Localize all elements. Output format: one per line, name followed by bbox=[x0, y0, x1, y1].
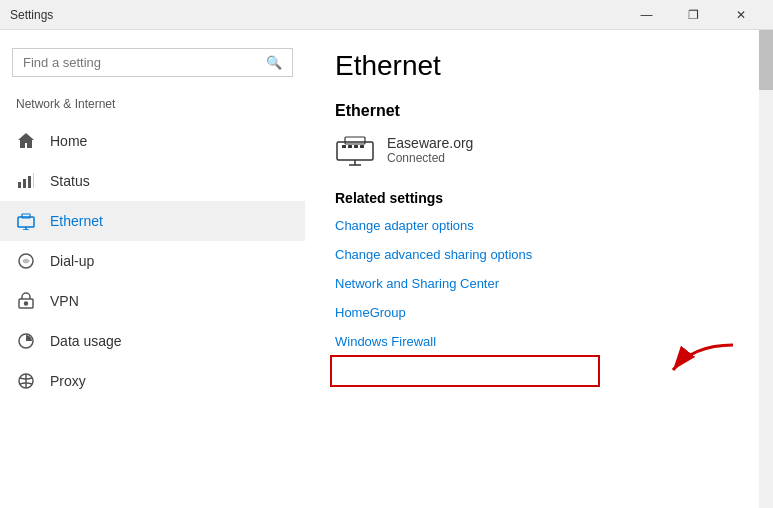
svg-rect-19 bbox=[348, 145, 352, 148]
ethernet-device-icon bbox=[335, 134, 375, 166]
sidebar: 🔍 Network & Internet Home bbox=[0, 30, 305, 508]
sidebar-item-dialup[interactable]: Dial-up bbox=[0, 241, 305, 281]
sidebar-item-proxy[interactable]: Proxy bbox=[0, 361, 305, 401]
svg-rect-0 bbox=[18, 182, 21, 188]
device-status: Connected bbox=[387, 151, 473, 165]
home-icon bbox=[16, 131, 36, 151]
sidebar-item-label-datausage: Data usage bbox=[50, 333, 122, 349]
sidebar-item-home[interactable]: Home bbox=[0, 121, 305, 161]
sidebar-item-label-vpn: VPN bbox=[50, 293, 79, 309]
sidebar-item-label-proxy: Proxy bbox=[50, 373, 86, 389]
device-name: Easeware.org bbox=[387, 135, 473, 151]
vpn-icon bbox=[16, 291, 36, 311]
svg-rect-18 bbox=[342, 145, 346, 148]
change-adapter-link[interactable]: Change adapter options bbox=[335, 218, 743, 233]
svg-point-10 bbox=[25, 302, 28, 305]
sidebar-item-datausage[interactable]: Data usage bbox=[0, 321, 305, 361]
search-icon: 🔍 bbox=[266, 55, 282, 70]
datausage-icon bbox=[16, 331, 36, 351]
svg-rect-14 bbox=[337, 142, 373, 160]
proxy-icon bbox=[16, 371, 36, 391]
maximize-button[interactable]: ❐ bbox=[671, 0, 716, 30]
sidebar-item-status[interactable]: Status bbox=[0, 161, 305, 201]
search-input[interactable] bbox=[23, 55, 266, 70]
ethernet-info: Easeware.org Connected bbox=[387, 135, 473, 165]
titlebar: Settings — ❐ ✕ bbox=[0, 0, 773, 30]
sidebar-section-label: Network & Internet bbox=[0, 93, 305, 121]
main-content: Ethernet Ethernet Easeware.org Connected… bbox=[305, 30, 773, 508]
svg-rect-21 bbox=[360, 145, 364, 148]
sidebar-item-label-home: Home bbox=[50, 133, 87, 149]
app-title: Settings bbox=[10, 8, 53, 22]
search-box[interactable]: 🔍 bbox=[12, 48, 293, 77]
sidebar-item-ethernet[interactable]: Ethernet bbox=[0, 201, 305, 241]
sidebar-item-vpn[interactable]: VPN bbox=[0, 281, 305, 321]
related-settings-title: Related settings bbox=[335, 190, 743, 206]
close-button[interactable]: ✕ bbox=[718, 0, 763, 30]
windows-firewall-link[interactable]: Windows Firewall bbox=[335, 334, 743, 349]
window-controls: — ❐ ✕ bbox=[624, 0, 763, 30]
ethernet-nav-icon bbox=[16, 211, 36, 231]
status-icon bbox=[16, 171, 36, 191]
network-sharing-link[interactable]: Network and Sharing Center bbox=[335, 276, 743, 291]
sidebar-item-label-dialup: Dial-up bbox=[50, 253, 94, 269]
svg-rect-3 bbox=[33, 173, 34, 188]
dialup-icon bbox=[16, 251, 36, 271]
sidebar-item-label-status: Status bbox=[50, 173, 90, 189]
scrollbar-track bbox=[759, 30, 773, 508]
svg-rect-1 bbox=[23, 179, 26, 188]
svg-rect-2 bbox=[28, 176, 31, 188]
change-advanced-link[interactable]: Change advanced sharing options bbox=[335, 247, 743, 262]
scrollbar-thumb[interactable] bbox=[759, 30, 773, 90]
ethernet-section-title: Ethernet bbox=[335, 102, 743, 120]
sidebar-item-label-ethernet: Ethernet bbox=[50, 213, 103, 229]
page-title: Ethernet bbox=[335, 50, 743, 82]
minimize-button[interactable]: — bbox=[624, 0, 669, 30]
homegroup-link[interactable]: HomeGroup bbox=[335, 305, 743, 320]
ethernet-device: Easeware.org Connected bbox=[335, 134, 743, 166]
app-body: 🔍 Network & Internet Home bbox=[0, 30, 773, 508]
svg-rect-20 bbox=[354, 145, 358, 148]
svg-rect-15 bbox=[345, 137, 365, 144]
